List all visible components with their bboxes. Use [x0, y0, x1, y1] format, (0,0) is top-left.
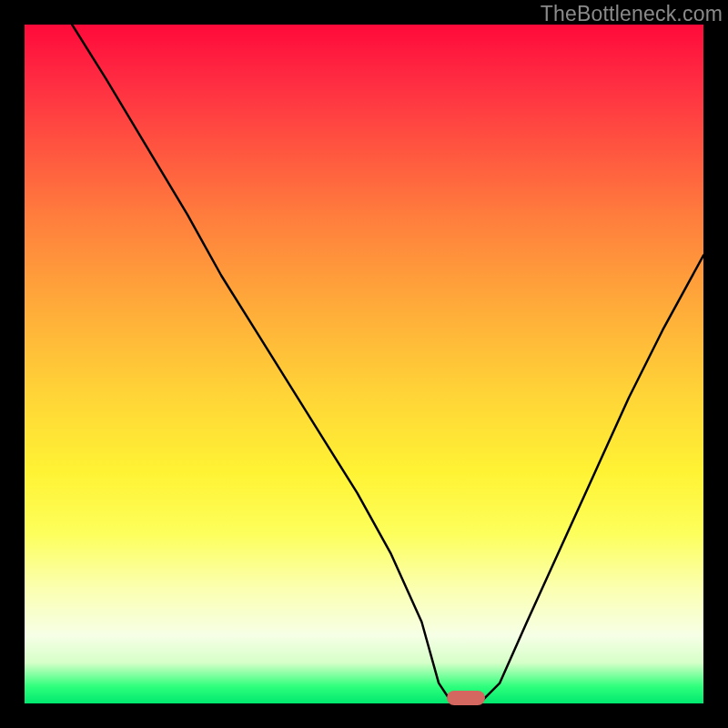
watermark-text: TheBottleneck.com: [541, 2, 723, 26]
plot-area: [25, 25, 703, 703]
optimal-marker: [447, 691, 485, 705]
bottleneck-curve: [25, 25, 703, 703]
chart-frame: TheBottleneck.com: [0, 0, 728, 728]
